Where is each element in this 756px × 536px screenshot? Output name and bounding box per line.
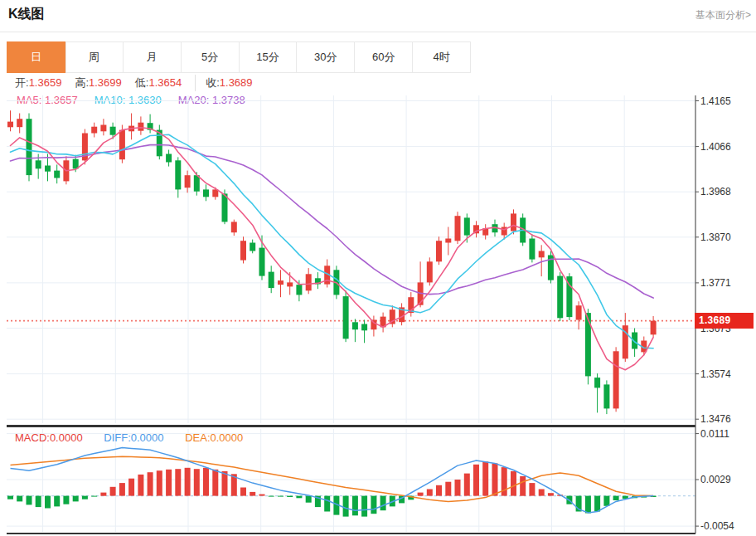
svg-text:0.0029: 0.0029 — [700, 474, 731, 485]
macd-value: MACD:0.0000 — [15, 431, 83, 444]
diff-value: DIFF:0.0000 — [104, 431, 163, 444]
dea-value: DEA:0.0000 — [185, 431, 243, 444]
svg-text:1.4165: 1.4165 — [700, 95, 731, 107]
candles-layer — [7, 110, 657, 414]
current-price-tag: 1.3689 — [695, 313, 754, 329]
svg-text:0.0111: 0.0111 — [700, 428, 729, 440]
macd-histogram — [7, 461, 657, 516]
ma5-line — [11, 128, 654, 370]
dea-line — [11, 456, 654, 501]
svg-text:1.4066: 1.4066 — [700, 141, 731, 153]
svg-text:1.3476: 1.3476 — [700, 413, 731, 425]
grid-lines — [7, 95, 695, 532]
ma20-line — [11, 145, 654, 299]
svg-text:1.3870: 1.3870 — [700, 231, 731, 243]
svg-text:-0.0054: -0.0054 — [700, 520, 734, 532]
kline-chart-canvas[interactable]: 1.41651.40661.39681.38701.37711.36731.35… — [0, 0, 756, 536]
tab-interval-0[interactable]: 日 — [7, 41, 66, 73]
svg-text:1.3771: 1.3771 — [700, 277, 731, 289]
svg-text:1.3574: 1.3574 — [700, 368, 731, 380]
svg-text:1.3968: 1.3968 — [700, 186, 731, 197]
ma10-line — [11, 134, 654, 348]
macd-values-row: MACD:0.0000 DIFF:0.0000 DEA:0.0000 — [15, 431, 261, 444]
